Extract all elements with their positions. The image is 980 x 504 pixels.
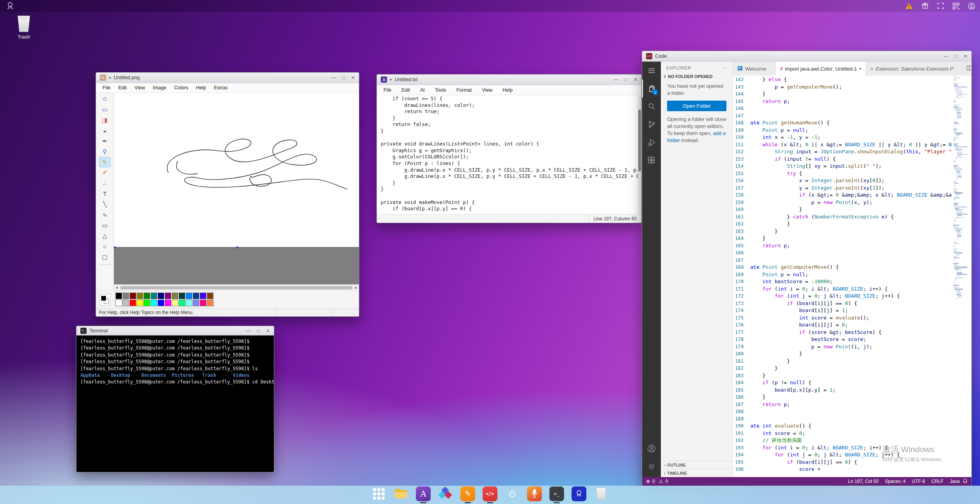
paint-menu-view[interactable]: View — [131, 84, 149, 91]
tool-line[interactable]: ╲ — [99, 199, 111, 209]
tool-pencil[interactable]: ✎ — [99, 157, 111, 167]
color-swatch[interactable] — [165, 300, 171, 306]
status-java[interactable]: Java — [950, 479, 960, 484]
color-swatch[interactable] — [186, 293, 192, 299]
code-editor[interactable]: 142 } else {143 p = getComputerMove();14… — [733, 76, 971, 477]
color-swatch[interactable] — [200, 293, 206, 299]
tool-select[interactable]: ▭ — [99, 104, 111, 115]
color-swatch[interactable] — [130, 293, 136, 299]
color-swatch[interactable] — [179, 293, 185, 299]
section-no-folder-opened[interactable]: ∨ NO FOLDER OPENED — [661, 73, 733, 81]
minimize-button[interactable]: — — [246, 328, 251, 333]
color-swatch[interactable] — [200, 300, 206, 306]
color-swatch[interactable] — [115, 293, 122, 299]
color-swatch[interactable] — [144, 300, 150, 306]
explorer-icon[interactable]: 1 — [642, 80, 661, 98]
warnings-icon[interactable]: ⚠ — [659, 479, 663, 484]
close-button[interactable]: ✕ — [634, 77, 637, 82]
color-swatch[interactable] — [186, 300, 192, 306]
paint-menu-edit[interactable]: Edit — [115, 84, 130, 91]
close-button[interactable]: ✕ — [266, 328, 270, 333]
tool-rectangle[interactable]: ▭ — [99, 220, 111, 231]
paint-menu-colors[interactable]: Colors — [170, 84, 192, 91]
tool-free-form-select[interactable]: ✩ — [99, 94, 111, 104]
scroll-left-arrow-icon[interactable]: ◀ — [114, 286, 119, 289]
errors-icon[interactable]: ⊗ — [646, 479, 650, 484]
minimize-button[interactable]: — — [614, 77, 618, 82]
text-editor-content[interactable]: if (count >= 5) { drawLines(lines, color… — [377, 95, 641, 214]
split-editor-icon[interactable] — [966, 65, 972, 73]
dock-puter-cloud[interactable] — [571, 486, 587, 503]
tool-text[interactable]: T — [99, 188, 111, 199]
paint-menu-extras[interactable]: Extras — [210, 84, 231, 91]
maximize-button[interactable]: □ — [955, 54, 957, 59]
scrollbar-thumb[interactable] — [638, 110, 641, 172]
paint-titlebar[interactable]: ✎ ● Untitled.png — □ ✕ — [96, 73, 359, 83]
search-icon[interactable] — [642, 98, 661, 115]
dock-trash[interactable] — [593, 488, 609, 502]
dock-voice-recorder[interactable] — [527, 486, 542, 503]
paint-menu-image[interactable]: Image — [149, 84, 170, 91]
dock-camera-app[interactable] — [504, 486, 520, 503]
warning-icon[interactable] — [905, 2, 913, 9]
status-utf-8[interactable]: UTF-8 — [912, 479, 925, 484]
txt-menu-view[interactable]: View — [478, 87, 496, 94]
paint-canvas[interactable] — [114, 93, 359, 247]
outline-section[interactable]: › OUTLINE — [661, 461, 733, 469]
paint-horizontal-scrollbar[interactable]: ◀ ▶ — [114, 284, 359, 290]
dock-launcher[interactable] — [371, 488, 387, 502]
account-icon[interactable] — [642, 440, 661, 458]
maximize-button[interactable]: □ — [257, 328, 260, 333]
tool-eraser[interactable]: ◨ — [99, 115, 111, 125]
tab-ext[interactable]: ≡Extension: Salesforce Extension P — [866, 62, 962, 76]
color-swatch[interactable] — [137, 293, 143, 299]
txt-menu-tools[interactable]: Tools — [431, 87, 450, 94]
minimize-button[interactable]: — — [944, 54, 948, 59]
tool-color-picker[interactable]: ✒ — [99, 136, 111, 146]
color-swatch[interactable] — [193, 300, 199, 306]
tool-ellipse[interactable]: ○ — [99, 241, 111, 252]
canvas-resize-handle[interactable] — [114, 247, 116, 248]
color-swatch[interactable] — [123, 300, 129, 306]
status-ln[interactable]: Ln 197, Col 50 — [848, 479, 879, 484]
desktop-trash-icon[interactable]: Trash — [11, 16, 37, 40]
puter-logo-icon[interactable] — [5, 1, 15, 11]
scrollbar-thumb[interactable] — [120, 286, 353, 289]
color-swatch[interactable] — [130, 300, 136, 306]
tab-untitled-1[interactable]: Jimport java.awt.Color; Untitled-1● — [776, 62, 866, 76]
color-swatch[interactable] — [207, 293, 213, 299]
run-debug-icon[interactable] — [642, 133, 661, 151]
txt-menu-edit[interactable]: Edit — [398, 87, 414, 94]
paint-menu-file[interactable]: File — [99, 84, 114, 91]
tool-brush[interactable]: ✐ — [99, 167, 111, 178]
tool-magnifier[interactable]: ⚲ — [99, 146, 111, 157]
notifications-bell-icon[interactable] — [963, 478, 968, 484]
color-swatch[interactable] — [158, 293, 164, 299]
terminal-titlebar[interactable]: >_ Terminal — □ ✕ — [76, 326, 274, 335]
close-button[interactable]: ✕ — [964, 54, 968, 59]
tool-curve[interactable]: ∿ — [99, 209, 111, 220]
tool-rounded-rectangle[interactable]: ▢ — [99, 252, 111, 262]
color-swatch[interactable] — [123, 293, 129, 299]
color-swatch[interactable] — [144, 293, 150, 299]
txt-menu-ai[interactable]: AI — [417, 87, 428, 94]
txt-menu-file[interactable]: File — [380, 87, 395, 94]
txt-menu-format[interactable]: Format — [453, 87, 476, 94]
current-colors-swatch[interactable] — [99, 294, 111, 305]
tool-polygon[interactable]: △ — [99, 231, 111, 241]
maximize-button[interactable]: □ — [342, 75, 345, 80]
maximize-button[interactable]: □ — [625, 77, 627, 82]
dock-cubes-app[interactable] — [438, 486, 453, 503]
scroll-right-arrow-icon[interactable]: ▶ — [353, 286, 359, 289]
minimap[interactable] — [952, 76, 971, 477]
color-swatch[interactable] — [158, 300, 164, 306]
color-swatch[interactable] — [115, 300, 122, 306]
canvas-resize-handle[interactable] — [236, 247, 238, 248]
more-actions-icon[interactable]: ⋯ — [723, 65, 727, 70]
extensions-icon[interactable] — [642, 151, 661, 169]
txt-menu-help[interactable]: Help — [499, 87, 516, 94]
account-icon[interactable] — [968, 2, 975, 10]
paint-menu-help[interactable]: Help — [192, 84, 209, 91]
dock-file-manager[interactable] — [393, 487, 409, 502]
status-crlf[interactable]: CRLF — [931, 479, 943, 484]
